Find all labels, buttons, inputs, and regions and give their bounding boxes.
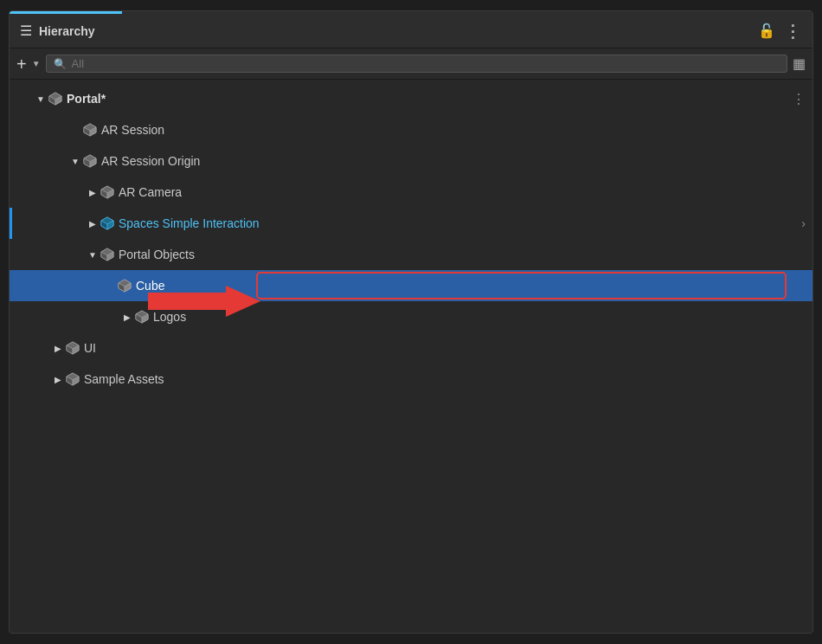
tree-item-ar-session-origin[interactable]: AR Session Origin [10,145,812,177]
left-border-indicator [10,208,12,239]
ui-label: UI [84,341,812,355]
spaces-label: Spaces Simple Interaction [119,216,794,230]
hierarchy-panel: ☰ Hierarchy 🔓 ⋮ + ▼ 🔍 ▦ [9,10,813,634]
portal-objects-label: Portal Objects [119,248,812,261]
expand-portal[interactable] [34,94,48,104]
toolbar: + ▼ 🔍 ▦ [10,48,812,80]
search-input[interactable] [72,57,780,70]
add-button[interactable]: + [16,55,27,73]
header-icons: 🔓 ⋮ [758,21,802,42]
expand-portal-objects[interactable] [86,250,100,260]
expand-sample-assets[interactable] [51,375,65,384]
ar-session-origin-label: AR Session Origin [101,154,812,168]
ar-camera-label: AR Camera [119,185,812,199]
tree-item-spaces-simple-interaction[interactable]: Spaces Simple Interaction › [10,208,812,239]
cube-icon-spaces [100,216,115,231]
search-icon: 🔍 [54,58,67,70]
cube-icon-sample-assets [65,371,80,387]
cube-icon-ar-session [82,122,98,138]
focus-icon[interactable]: ▦ [793,55,806,72]
cube-icon-portal [48,91,63,106]
tree-item-ar-camera[interactable]: AR Camera [10,177,812,208]
header-left: ☰ Hierarchy [20,23,95,39]
expand-spaces[interactable] [86,219,100,229]
tree-item-cube[interactable]: Cube [10,270,812,301]
more-icon[interactable]: ⋮ [784,21,802,42]
expand-logos[interactable] [120,312,134,322]
spaces-right-arrow[interactable]: › [794,216,812,230]
tree-item-logos[interactable]: Logos [10,301,812,332]
tree-item-sample-assets[interactable]: Sample Assets [10,364,812,395]
hierarchy-icon: ☰ [20,23,32,39]
panel-header: ☰ Hierarchy 🔓 ⋮ [10,14,812,48]
cube-icon-portal-objects [100,247,115,262]
panel-title: Hierarchy [39,24,95,38]
search-box: 🔍 [46,55,787,73]
ar-session-label: AR Session [101,123,812,137]
tree-container[interactable]: Portal* ⋮ AR Session [10,80,812,633]
cube-icon-ui [65,340,80,356]
cube-icon-ar-camera [100,184,115,200]
expand-ar-session-origin[interactable] [68,157,82,166]
cube-icon-ar-session-origin [82,153,98,169]
tree-item-portal[interactable]: Portal* ⋮ [10,83,812,114]
cube-icon-cube [117,278,132,293]
tree-item-ui[interactable]: UI [10,332,812,364]
logos-label: Logos [153,310,812,324]
portal-label: Portal* [67,92,785,106]
tree-item-ar-session[interactable]: AR Session [10,114,812,145]
cube-icon-logos [134,309,150,325]
sample-assets-label: Sample Assets [84,372,812,386]
cube-label: Cube [136,279,812,293]
expand-ar-camera[interactable] [86,188,100,197]
expand-ui[interactable] [51,344,65,353]
lock-icon[interactable]: 🔓 [758,23,775,39]
portal-menu[interactable]: ⋮ [785,91,812,107]
add-dropdown-arrow[interactable]: ▼ [32,59,41,68]
tree-item-portal-objects[interactable]: Portal Objects [10,239,812,270]
